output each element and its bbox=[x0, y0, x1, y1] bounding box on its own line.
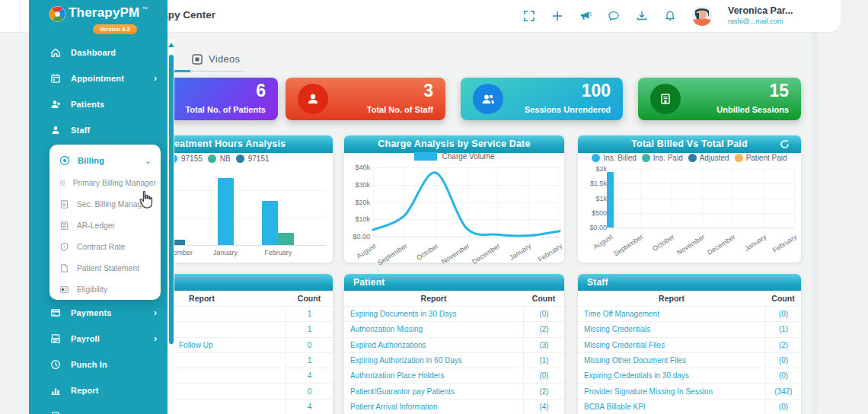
sidebar-item-report[interactable]: Report bbox=[29, 377, 168, 403]
table-row[interactable]: Patient/Guarantor pay Patients(2) bbox=[344, 383, 564, 398]
table-row[interactable]: Time Off Management(0) bbox=[578, 306, 801, 321]
legend-item-nb[interactable]: NB bbox=[208, 154, 231, 163]
report-link[interactable]: Authorization Missing bbox=[344, 325, 523, 333]
dashboard-page: Therapy Center bbox=[0, 0, 868, 414]
chevron-down-icon: ⌄ bbox=[145, 156, 152, 166]
fullscreen-icon[interactable] bbox=[523, 10, 535, 22]
legend-item-ins-billed[interactable]: Ins. Billed bbox=[592, 154, 636, 162]
report-count: 4 bbox=[286, 400, 333, 414]
sidebar-item-staff[interactable]: Staff bbox=[29, 117, 168, 143]
report-count: (1) bbox=[523, 353, 564, 368]
sidebar-item-eligibility[interactable]: Eligibility bbox=[49, 279, 161, 300]
report-count: (342) bbox=[765, 384, 801, 398]
megaphone-icon[interactable] bbox=[579, 10, 592, 22]
report-link[interactable]: Patient/Guarantor pay Patients bbox=[344, 387, 523, 396]
report-icon bbox=[50, 385, 61, 396]
gridline bbox=[640, 169, 641, 228]
table-panel-patient: Patient Report Count Expiring Documents … bbox=[344, 274, 564, 414]
legend-item-adjusted[interactable]: Adjusted bbox=[688, 154, 729, 162]
contract-rate-icon bbox=[59, 242, 69, 252]
report-link[interactable]: Expiring Credentials in 30 days bbox=[578, 371, 765, 380]
table-row[interactable]: Authorization Place Holders(0) bbox=[344, 368, 564, 383]
table-row[interactable]: Expiring Credentials in 30 days(0) bbox=[578, 368, 801, 383]
stat-card-sessions-unrendered[interactable]: 100 Sessions Unrendered bbox=[461, 78, 623, 120]
logo-tm: ™ bbox=[142, 6, 147, 11]
stat-card-total-staff[interactable]: 3 Total No. of Staff bbox=[286, 78, 445, 120]
sidebar-subitem-label: AR-Ledger bbox=[77, 221, 115, 230]
report-count: (0) bbox=[523, 368, 564, 383]
report-link[interactable]: Missing Other Document Files bbox=[578, 356, 765, 365]
sidebar-item-payments[interactable]: Payments› bbox=[29, 300, 168, 326]
tab-videos[interactable]: Videos bbox=[192, 53, 240, 65]
bell-icon[interactable] bbox=[664, 10, 676, 22]
scroll-up-arrow-icon[interactable] bbox=[168, 43, 174, 47]
bar-97155-february bbox=[262, 201, 278, 245]
table-row[interactable]: Missing Other Document Files(0) bbox=[578, 352, 801, 368]
sidebar-item-patients[interactable]: Patients bbox=[29, 91, 168, 117]
report-link[interactable]: Missing Credentials bbox=[578, 325, 765, 333]
sidebar-subitem-label: Contract Rate bbox=[77, 243, 126, 251]
sidebar-item-sec-billing-manager[interactable]: Sec. Billing Manager bbox=[49, 193, 161, 215]
sidebar-item-contract-rate[interactable]: Contract Rate bbox=[49, 236, 161, 257]
sidebar-item-payroll[interactable]: Payroll› bbox=[29, 326, 168, 352]
report-link[interactable]: Expiring Authorization in 60 Days bbox=[344, 356, 523, 365]
report-link[interactable]: Expiring Documents in 30 Days bbox=[344, 310, 523, 318]
table-row[interactable]: BCBA Billable KPI(0) bbox=[578, 399, 801, 414]
table-row[interactable]: Missing Credentials(1) bbox=[578, 321, 801, 336]
chevron-right-icon: › bbox=[154, 73, 157, 84]
sidebar-item-billing[interactable]: Billing ⌄ bbox=[49, 149, 161, 172]
sidebar-scrollbar-thumb[interactable] bbox=[169, 55, 174, 344]
people-icon bbox=[473, 84, 503, 114]
report-count: (3) bbox=[523, 338, 564, 352]
eligibility-icon bbox=[59, 285, 69, 295]
download-icon[interactable] bbox=[636, 10, 648, 22]
sidebar-item-primary-billing-manager[interactable]: Primary Billing Manager bbox=[49, 172, 161, 193]
table-row[interactable]: Provider Signature Missing In Session(34… bbox=[578, 383, 801, 398]
sidebar-subitem-label: Patient Statement bbox=[77, 264, 139, 272]
payments-icon bbox=[50, 307, 61, 318]
main-scrollbar[interactable] bbox=[812, 32, 818, 414]
plus-icon[interactable] bbox=[551, 10, 563, 22]
sidebar-item-item[interactable] bbox=[29, 403, 168, 414]
table-title: Patient bbox=[344, 274, 564, 291]
table-row[interactable]: Expiring Documents in 30 Days(0) bbox=[344, 306, 564, 321]
avatar[interactable] bbox=[692, 6, 712, 26]
sidebar-subitem-label: Eligibility bbox=[77, 285, 107, 294]
report-link[interactable]: Patient Arrival Information bbox=[344, 403, 523, 411]
sidebar-item-dashboard[interactable]: Dashboard bbox=[29, 40, 168, 65]
legend-dot-icon bbox=[208, 154, 216, 163]
stat-card-unbilled-sessions[interactable]: 15 Unbilled Sessions bbox=[638, 78, 801, 120]
app-logo[interactable]: TherapyPM ™ bbox=[49, 5, 147, 23]
sidebar-item-appointment[interactable]: Appointment› bbox=[29, 65, 168, 91]
report-link[interactable]: Expired Authorizations bbox=[344, 341, 523, 349]
chevron-right-icon: › bbox=[154, 333, 157, 344]
sidebar-item-ar-ledger[interactable]: AR-Ledger bbox=[49, 215, 161, 236]
report-count: (4) bbox=[523, 400, 564, 414]
report-link[interactable]: BCBA Billable KPI bbox=[578, 403, 765, 411]
sidebar-item-label: Punch In bbox=[71, 360, 157, 369]
table-row[interactable]: Missing Credential Files(2) bbox=[578, 337, 801, 352]
report-link[interactable]: Provider Signature Missing In Session bbox=[578, 387, 765, 396]
gridline bbox=[794, 169, 795, 228]
y-tick-label: $0.00 bbox=[582, 224, 607, 231]
report-link[interactable]: Time Off Management bbox=[578, 310, 765, 318]
legend-dot-icon bbox=[592, 154, 600, 162]
billing-submenu-items: Primary Billing ManagerSec. Billing Mana… bbox=[49, 172, 161, 300]
chat-icon[interactable] bbox=[608, 10, 620, 22]
legend-item-97151[interactable]: 97151 bbox=[236, 154, 270, 163]
table-row[interactable]: Patient Arrival Information(4) bbox=[344, 399, 564, 414]
gridline bbox=[732, 169, 733, 228]
sidebar-item-patient-statement[interactable]: Patient Statement bbox=[49, 257, 161, 279]
stat-value: 15 bbox=[769, 81, 789, 101]
report-link[interactable]: Missing Credential Files bbox=[578, 341, 765, 349]
table-body: Expiring Documents in 30 Days(0)Authoriz… bbox=[344, 306, 564, 414]
legend-item-patient-paid[interactable]: Patient Paid bbox=[735, 154, 787, 162]
report-link[interactable]: Authorization Place Holders bbox=[344, 371, 523, 380]
table-row[interactable]: Expiring Authorization in 60 Days(1) bbox=[344, 352, 564, 368]
table-row[interactable]: Authorization Missing(2) bbox=[344, 321, 564, 336]
legend-dot-icon bbox=[236, 154, 244, 163]
user-info[interactable]: Veronica Par... rashi@...mail.com bbox=[728, 6, 807, 26]
table-row[interactable]: Expired Authorizations(3) bbox=[344, 337, 564, 352]
sidebar-item-punch-in[interactable]: Punch In bbox=[29, 352, 168, 377]
legend-item-ins-paid[interactable]: Ins. Paid bbox=[642, 154, 683, 162]
